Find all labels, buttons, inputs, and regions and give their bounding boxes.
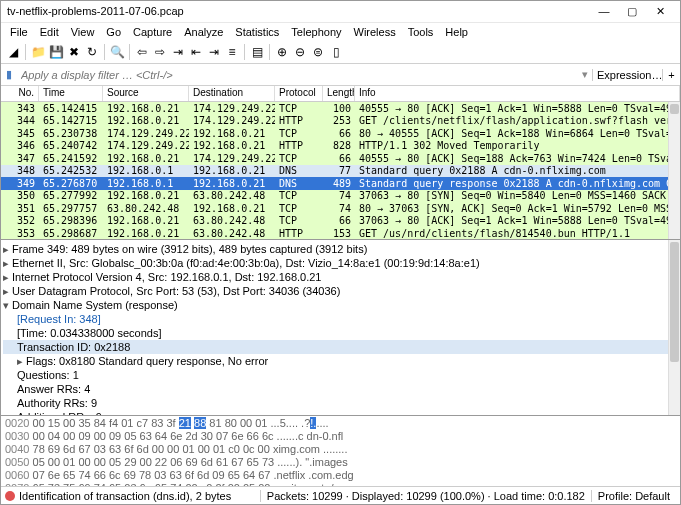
reload-icon[interactable]: ↻ [84, 44, 100, 60]
packet-list-scrollbar[interactable] [668, 102, 680, 239]
detail-ip[interactable]: Internet Protocol Version 4, Src: 192.16… [3, 270, 678, 284]
col-length[interactable]: Length [323, 86, 355, 101]
zoomout-icon[interactable]: ⊖ [292, 44, 308, 60]
packet-row[interactable]: 34365.142415192.168.0.21174.129.249.228T… [1, 102, 680, 115]
menu-telephony[interactable]: Telephony [286, 26, 346, 38]
status-field-info: Identification of transaction (dns.id), … [19, 490, 260, 502]
menu-statistics[interactable]: Statistics [230, 26, 284, 38]
fwd-icon[interactable]: ⇨ [152, 44, 168, 60]
toolbar: ◢📁💾✖↻🔍⇦⇨⇥⇤⇥≡▤⊕⊖⊜▯ [1, 41, 680, 65]
save-icon[interactable]: 💾 [48, 44, 64, 60]
hex-row[interactable]: 0060 07 6e 65 74 66 6c 69 78 03 63 6f 6d… [5, 469, 676, 482]
detail-scrollbar[interactable] [668, 240, 680, 415]
packet-row[interactable]: 34865.242532192.168.0.1192.168.0.21DNS77… [1, 165, 680, 178]
packet-row[interactable]: 35365.298687192.168.0.2163.80.242.48HTTP… [1, 227, 680, 240]
expert-info-icon[interactable] [5, 491, 15, 501]
zoom11-icon[interactable]: ⊜ [310, 44, 326, 60]
search-icon[interactable]: 🔍 [109, 44, 125, 60]
packet-row[interactable]: 34565.230738174.129.249.228192.168.0.21T… [1, 127, 680, 140]
window-title: tv-netflix-problems-2011-07-06.pcap [7, 5, 590, 17]
menu-help[interactable]: Help [440, 26, 473, 38]
autoscroll-icon[interactable]: ≡ [224, 44, 240, 60]
detail-frame[interactable]: Frame 349: 489 bytes on wire (3912 bits)… [3, 242, 678, 256]
col-info[interactable]: Info [355, 86, 680, 101]
first-icon[interactable]: ⇤ [188, 44, 204, 60]
menu-edit[interactable]: Edit [35, 26, 64, 38]
detail-au[interactable]: Authority RRs: 9 [3, 396, 678, 410]
status-profile[interactable]: Profile: Default [591, 490, 676, 502]
detail-eth[interactable]: Ethernet II, Src: Globalsc_00:3b:0a (f0:… [3, 256, 678, 270]
detail-txid[interactable]: Transaction ID: 0x2188 [3, 340, 678, 354]
detail-udp[interactable]: User Datagram Protocol, Src Port: 53 (53… [3, 284, 678, 298]
folder-icon[interactable]: 📁 [30, 44, 46, 60]
packet-row[interactable]: 34465.142715192.168.0.21174.129.249.228H… [1, 115, 680, 128]
filter-dropdown-icon[interactable]: ▾ [578, 68, 592, 81]
detail-req[interactable]: [Request In: 348] [3, 312, 678, 326]
detail-dns[interactable]: Domain Name System (response) [3, 298, 678, 312]
col-no[interactable]: No. [1, 86, 39, 101]
detail-time[interactable]: [Time: 0.034338000 seconds] [3, 326, 678, 340]
hex-row[interactable]: 0030 00 04 00 09 00 09 05 63 64 6e 2d 30… [5, 430, 676, 443]
packet-row[interactable]: 35165.29775763.80.242.48192.168.0.21TCP7… [1, 202, 680, 215]
menu-wireless[interactable]: Wireless [349, 26, 401, 38]
menu-capture[interactable]: Capture [128, 26, 177, 38]
resize-icon[interactable]: ▯ [328, 44, 344, 60]
menu-view[interactable]: View [66, 26, 100, 38]
col-time[interactable]: Time [39, 86, 103, 101]
add-filter-button[interactable]: + [662, 69, 680, 81]
hex-row[interactable]: 0040 78 69 6d 67 03 63 6f 6d 00 00 01 00… [5, 443, 676, 456]
display-filter-input[interactable] [17, 67, 578, 83]
menu-tools[interactable]: Tools [403, 26, 439, 38]
shark-icon[interactable]: ◢ [5, 44, 21, 60]
col-source[interactable]: Source [103, 86, 189, 101]
packet-row[interactable]: 35065.277992192.168.0.2163.80.242.48TCP7… [1, 190, 680, 203]
last-icon[interactable]: ⇥ [206, 44, 222, 60]
expression-button[interactable]: Expression… [592, 69, 662, 81]
packet-details-pane[interactable]: Frame 349: 489 bytes on wire (3912 bits)… [1, 240, 680, 416]
status-packets: Packets: 10299 · Displayed: 10299 (100.0… [260, 490, 591, 502]
hex-row[interactable]: 0020 00 15 00 35 84 f4 01 c7 83 3f 21 88… [5, 417, 676, 430]
detail-flags[interactable]: Flags: 0x8180 Standard query response, N… [3, 354, 678, 368]
filter-bar: ▮ ▾ Expression… + [1, 64, 680, 86]
packet-list-body[interactable]: 34365.142415192.168.0.21174.129.249.228T… [1, 102, 680, 240]
maximize-button[interactable]: ▢ [618, 5, 646, 18]
close-icon[interactable]: ✖ [66, 44, 82, 60]
detail-ad[interactable]: Additional RRs: 9 [3, 410, 678, 416]
packet-row[interactable]: 35265.298396192.168.0.2163.80.242.48TCP6… [1, 215, 680, 228]
statusbar: Identification of transaction (dns.id), … [1, 486, 680, 504]
menu-analyze[interactable]: Analyze [179, 26, 228, 38]
detail-ar[interactable]: Answer RRs: 4 [3, 382, 678, 396]
packet-list-pane: No. Time Source Destination Protocol Len… [1, 86, 680, 240]
menubar: FileEditViewGoCaptureAnalyzeStatisticsTe… [1, 23, 680, 41]
packet-list-header: No. Time Source Destination Protocol Len… [1, 86, 680, 102]
back-icon[interactable]: ⇦ [134, 44, 150, 60]
titlebar: tv-netflix-problems-2011-07-06.pcap — ▢ … [1, 1, 680, 23]
detail-q[interactable]: Questions: 1 [3, 368, 678, 382]
hex-row[interactable]: 0050 05 00 01 00 00 05 29 00 22 06 69 6d… [5, 456, 676, 469]
colorize-icon[interactable]: ▤ [249, 44, 265, 60]
packet-row[interactable]: 34665.240742174.129.249.228192.168.0.21H… [1, 140, 680, 153]
menu-go[interactable]: Go [101, 26, 126, 38]
col-destination[interactable]: Destination [189, 86, 275, 101]
col-protocol[interactable]: Protocol [275, 86, 323, 101]
packet-row[interactable]: 34965.276870192.168.0.1192.168.0.21DNS48… [1, 177, 680, 190]
packet-row[interactable]: 34765.241592192.168.0.21174.129.249.228T… [1, 152, 680, 165]
bookmark-icon[interactable]: ▮ [1, 68, 17, 81]
minimize-button[interactable]: — [590, 5, 618, 17]
menu-file[interactable]: File [5, 26, 33, 38]
close-button[interactable]: ✕ [646, 5, 674, 18]
packet-bytes-pane[interactable]: 0020 00 15 00 35 84 f4 01 c7 83 3f 21 88… [1, 416, 680, 486]
goto-icon[interactable]: ⇥ [170, 44, 186, 60]
zoomin-icon[interactable]: ⊕ [274, 44, 290, 60]
